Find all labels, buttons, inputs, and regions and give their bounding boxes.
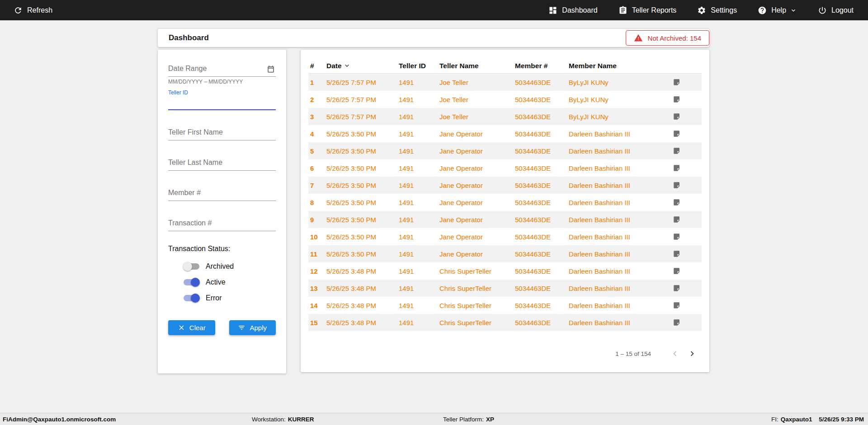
platform-value: XP xyxy=(486,416,494,423)
page-range-label: 1 – 15 of 154 xyxy=(615,350,651,357)
row-teller-id: 1491 xyxy=(399,319,439,327)
table-row[interactable]: 1 5/26/25 7:57 PM 1491 Joe Teller 503446… xyxy=(308,74,702,91)
note-icon[interactable] xyxy=(673,215,681,224)
status-toggle[interactable]: Error xyxy=(168,290,276,306)
teller-id-input[interactable] xyxy=(168,96,276,110)
note-icon[interactable] xyxy=(673,198,681,206)
status-toggle[interactable]: Archived xyxy=(168,258,276,274)
chevron-right-icon xyxy=(687,349,697,359)
row-teller-id: 1491 xyxy=(399,79,439,86)
next-page-button[interactable] xyxy=(685,347,699,360)
apply-button[interactable]: Apply xyxy=(229,320,276,335)
note-icon[interactable] xyxy=(673,233,681,241)
table-row[interactable]: 14 5/26/25 3:48 PM 1491 Chris SuperTelle… xyxy=(308,297,702,314)
note-icon[interactable] xyxy=(673,284,681,292)
nav-help[interactable]: Help xyxy=(758,6,797,15)
statusbar-user: FiAdmin@Qaxpauto1.onmicrosoft.com xyxy=(3,416,116,423)
table-row[interactable]: 7 5/26/25 3:50 PM 1491 Jane Operator 503… xyxy=(308,177,702,194)
col-header-teller-name[interactable]: Teller Name xyxy=(439,62,515,70)
note-icon[interactable] xyxy=(673,112,681,121)
table-row[interactable]: 12 5/26/25 3:48 PM 1491 Chris SuperTelle… xyxy=(308,262,702,280)
prev-page-button[interactable] xyxy=(668,347,682,360)
row-member-name: Darleen Bashirian III xyxy=(569,147,673,155)
note-icon[interactable] xyxy=(673,267,681,275)
note-icon[interactable] xyxy=(673,164,681,172)
note-icon[interactable] xyxy=(673,181,681,189)
row-date: 5/26/25 3:50 PM xyxy=(326,182,399,189)
col-header-num[interactable]: # xyxy=(310,62,326,70)
row-teller-name: Joe Teller xyxy=(439,96,515,103)
toggle-switch[interactable] xyxy=(183,294,200,303)
reports-icon xyxy=(618,6,627,15)
table-row[interactable]: 6 5/26/25 3:50 PM 1491 Jane Operator 503… xyxy=(308,159,702,177)
note-icon[interactable] xyxy=(673,250,681,258)
note-icon[interactable] xyxy=(673,95,681,103)
nav-dashboard[interactable]: Dashboard xyxy=(548,6,597,15)
nav-logout[interactable]: Logout xyxy=(818,6,854,15)
logout-icon xyxy=(818,6,827,15)
teller-last-name-input[interactable] xyxy=(168,155,276,171)
pagination: 1 – 15 of 154 xyxy=(308,345,702,363)
nav-settings[interactable]: Settings xyxy=(697,6,737,15)
toggle-switch[interactable] xyxy=(183,278,200,287)
row-num: 14 xyxy=(310,302,326,309)
table-row[interactable]: 13 5/26/25 3:48 PM 1491 Chris SuperTelle… xyxy=(308,280,702,297)
toggle-switch[interactable] xyxy=(183,262,200,271)
col-header-member-name[interactable]: Member Name xyxy=(569,62,673,70)
nav-teller-reports[interactable]: Teller Reports xyxy=(618,6,677,15)
row-date: 5/26/25 3:48 PM xyxy=(326,285,399,292)
note-icon[interactable] xyxy=(673,318,681,327)
not-archived-badge[interactable]: Not Archived: 154 xyxy=(626,30,709,46)
row-date: 5/26/25 3:50 PM xyxy=(326,130,399,138)
refresh-button[interactable]: Refresh xyxy=(14,6,52,15)
status-toggle[interactable]: Active xyxy=(168,274,276,290)
table-row[interactable]: 10 5/26/25 3:50 PM 1491 Jane Operator 50… xyxy=(308,228,702,245)
table-row[interactable]: 9 5/26/25 3:50 PM 1491 Jane Operator 503… xyxy=(308,211,702,228)
row-num: 8 xyxy=(310,199,326,206)
content-area: Dashboard Not Archived: 154 MM/DD/YYYY –… xyxy=(158,29,709,374)
transaction-number-input[interactable] xyxy=(168,216,276,231)
row-member-num: 5034463DE xyxy=(515,302,569,309)
row-teller-id: 1491 xyxy=(399,216,439,224)
table-row[interactable]: 2 5/26/25 7:57 PM 1491 Joe Teller 503446… xyxy=(308,91,702,108)
nav-teller-reports-label: Teller Reports xyxy=(632,6,677,14)
table-body: 1 5/26/25 7:57 PM 1491 Joe Teller 503446… xyxy=(308,74,702,331)
table-row[interactable]: 11 5/26/25 3:50 PM 1491 Jane Operator 50… xyxy=(308,245,702,262)
member-number-input[interactable] xyxy=(168,186,276,201)
table-row[interactable]: 4 5/26/25 3:50 PM 1491 Jane Operator 503… xyxy=(308,125,702,142)
row-teller-name: Jane Operator xyxy=(439,130,515,138)
date-range-input[interactable] xyxy=(168,61,276,77)
row-member-num: 5034463DE xyxy=(515,199,569,206)
row-teller-id: 1491 xyxy=(399,285,439,292)
row-date: 5/26/25 3:48 PM xyxy=(326,302,399,309)
note-icon[interactable] xyxy=(673,301,681,309)
workstation-value: KURRER xyxy=(288,416,314,423)
table-row[interactable]: 3 5/26/25 7:57 PM 1491 Joe Teller 503446… xyxy=(308,108,702,125)
table-row[interactable]: 8 5/26/25 3:50 PM 1491 Jane Operator 503… xyxy=(308,194,702,211)
not-archived-label: Not Archived: 154 xyxy=(648,34,701,42)
teller-first-name-input[interactable] xyxy=(168,125,276,140)
row-num: 4 xyxy=(310,130,326,138)
col-header-date[interactable]: Date xyxy=(326,62,399,70)
clear-button[interactable]: Clear xyxy=(168,320,215,335)
date-range-field xyxy=(168,61,276,77)
table-row[interactable]: 15 5/26/25 3:48 PM 1491 Chris SuperTelle… xyxy=(308,314,702,331)
row-teller-id: 1491 xyxy=(399,96,439,103)
chevron-left-icon xyxy=(670,349,680,359)
note-icon[interactable] xyxy=(673,130,681,138)
nav-dashboard-label: Dashboard xyxy=(562,6,597,14)
row-teller-id: 1491 xyxy=(399,147,439,155)
row-member-name: ByLyJI KUNy xyxy=(569,113,673,121)
col-header-teller-id[interactable]: Teller ID xyxy=(399,62,439,70)
row-teller-id: 1491 xyxy=(399,199,439,206)
statusbar-workstation: Workstation: KURRER xyxy=(252,416,314,423)
table-row[interactable]: 5 5/26/25 3:50 PM 1491 Jane Operator 503… xyxy=(308,142,702,159)
note-icon[interactable] xyxy=(673,78,681,86)
note-icon[interactable] xyxy=(673,147,681,155)
row-date: 5/26/25 3:50 PM xyxy=(326,250,399,258)
calendar-icon[interactable] xyxy=(267,65,275,73)
filter-icon xyxy=(238,324,245,332)
row-num: 10 xyxy=(310,233,326,241)
member-number-field xyxy=(168,186,276,201)
col-header-member-num[interactable]: Member # xyxy=(515,62,569,70)
